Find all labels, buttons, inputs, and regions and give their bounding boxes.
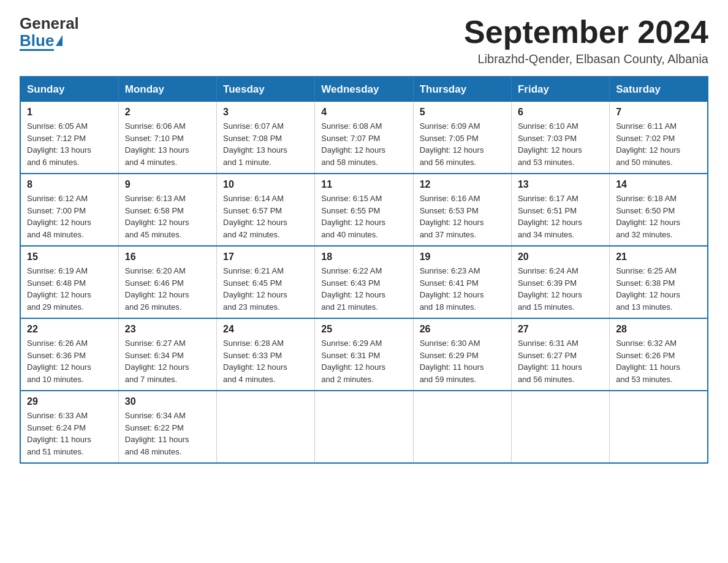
day-number: 15 [27, 251, 112, 262]
day-number: 24 [223, 324, 308, 335]
day-info: Sunrise: 6:31 AMSunset: 6:27 PMDaylight:… [518, 337, 603, 385]
calendar-cell: 11Sunrise: 6:15 AMSunset: 6:55 PMDayligh… [315, 174, 413, 246]
calendar-cell: 15Sunrise: 6:19 AMSunset: 6:48 PMDayligh… [20, 246, 118, 318]
logo-triangle-icon [56, 35, 63, 46]
header-thursday: Thursday [413, 77, 511, 102]
day-info: Sunrise: 6:32 AMSunset: 6:26 PMDaylight:… [616, 337, 701, 385]
day-info: Sunrise: 6:13 AMSunset: 6:58 PMDaylight:… [125, 193, 210, 240]
page-header: General Blue September 2024 Librazhd-Qen… [20, 15, 708, 66]
day-info: Sunrise: 6:21 AMSunset: 6:45 PMDaylight:… [223, 265, 308, 313]
header-saturday: Saturday [610, 77, 708, 102]
day-number: 5 [420, 107, 505, 118]
calendar-cell: 10Sunrise: 6:14 AMSunset: 6:57 PMDayligh… [217, 174, 315, 246]
calendar-cell: 27Sunrise: 6:31 AMSunset: 6:27 PMDayligh… [511, 318, 609, 391]
day-info: Sunrise: 6:05 AMSunset: 7:12 PMDaylight:… [27, 120, 112, 168]
day-number: 11 [321, 179, 406, 190]
day-info: Sunrise: 6:07 AMSunset: 7:08 PMDaylight:… [223, 120, 308, 168]
calendar-cell: 28Sunrise: 6:32 AMSunset: 6:26 PMDayligh… [610, 318, 708, 391]
day-info: Sunrise: 6:09 AMSunset: 7:05 PMDaylight:… [420, 120, 505, 168]
day-info: Sunrise: 6:22 AMSunset: 6:43 PMDaylight:… [321, 265, 406, 313]
calendar-cell: 7Sunrise: 6:11 AMSunset: 7:02 PMDaylight… [610, 102, 708, 174]
day-number: 28 [616, 324, 701, 335]
day-number: 9 [125, 179, 210, 190]
day-number: 25 [321, 324, 406, 335]
calendar-cell: 5Sunrise: 6:09 AMSunset: 7:05 PMDaylight… [413, 102, 511, 174]
calendar-cell: 25Sunrise: 6:29 AMSunset: 6:31 PMDayligh… [315, 318, 413, 391]
calendar-cell [610, 391, 708, 463]
day-number: 7 [616, 107, 701, 118]
calendar-cell: 4Sunrise: 6:08 AMSunset: 7:07 PMDaylight… [315, 102, 413, 174]
day-number: 22 [27, 324, 112, 335]
day-number: 18 [321, 251, 406, 262]
day-number: 1 [27, 107, 112, 118]
day-number: 8 [27, 179, 112, 190]
day-number: 2 [125, 107, 210, 118]
day-number: 29 [27, 396, 112, 407]
day-number: 27 [518, 324, 603, 335]
title-area: September 2024 Librazhd-Qender, Elbasan … [464, 15, 708, 66]
calendar-cell: 2Sunrise: 6:06 AMSunset: 7:10 PMDaylight… [118, 102, 216, 174]
calendar-cell: 26Sunrise: 6:30 AMSunset: 6:29 PMDayligh… [413, 318, 511, 391]
header-tuesday: Tuesday [217, 77, 315, 102]
day-number: 20 [518, 251, 603, 262]
logo-blue: Blue [20, 33, 54, 51]
calendar-cell: 19Sunrise: 6:23 AMSunset: 6:41 PMDayligh… [413, 246, 511, 318]
day-info: Sunrise: 6:30 AMSunset: 6:29 PMDaylight:… [420, 337, 505, 385]
logo-general: General [20, 15, 79, 33]
calendar-cell: 21Sunrise: 6:25 AMSunset: 6:38 PMDayligh… [610, 246, 708, 318]
calendar-week-row: 8Sunrise: 6:12 AMSunset: 7:00 PMDaylight… [20, 174, 708, 246]
calendar-cell: 30Sunrise: 6:34 AMSunset: 6:22 PMDayligh… [118, 391, 216, 463]
calendar-cell: 17Sunrise: 6:21 AMSunset: 6:45 PMDayligh… [217, 246, 315, 318]
day-info: Sunrise: 6:06 AMSunset: 7:10 PMDaylight:… [125, 120, 210, 168]
day-info: Sunrise: 6:10 AMSunset: 7:03 PMDaylight:… [518, 120, 603, 168]
day-number: 3 [223, 107, 308, 118]
day-info: Sunrise: 6:29 AMSunset: 6:31 PMDaylight:… [321, 337, 406, 385]
day-number: 14 [616, 179, 701, 190]
header-wednesday: Wednesday [315, 77, 413, 102]
calendar-week-row: 15Sunrise: 6:19 AMSunset: 6:48 PMDayligh… [20, 246, 708, 318]
day-info: Sunrise: 6:16 AMSunset: 6:53 PMDaylight:… [420, 193, 505, 240]
day-info: Sunrise: 6:33 AMSunset: 6:24 PMDaylight:… [27, 410, 112, 458]
calendar-cell: 13Sunrise: 6:17 AMSunset: 6:51 PMDayligh… [511, 174, 609, 246]
day-number: 17 [223, 251, 308, 262]
day-info: Sunrise: 6:24 AMSunset: 6:39 PMDaylight:… [518, 265, 603, 313]
calendar-cell: 24Sunrise: 6:28 AMSunset: 6:33 PMDayligh… [217, 318, 315, 391]
day-number: 10 [223, 179, 308, 190]
calendar-cell: 29Sunrise: 6:33 AMSunset: 6:24 PMDayligh… [20, 391, 118, 463]
day-number: 23 [125, 324, 210, 335]
day-number: 13 [518, 179, 603, 190]
day-info: Sunrise: 6:18 AMSunset: 6:50 PMDaylight:… [616, 193, 701, 240]
day-info: Sunrise: 6:27 AMSunset: 6:34 PMDaylight:… [125, 337, 210, 385]
day-info: Sunrise: 6:19 AMSunset: 6:48 PMDaylight:… [27, 265, 112, 313]
day-number: 16 [125, 251, 210, 262]
header-monday: Monday [118, 77, 216, 102]
calendar-cell: 3Sunrise: 6:07 AMSunset: 7:08 PMDaylight… [217, 102, 315, 174]
day-info: Sunrise: 6:23 AMSunset: 6:41 PMDaylight:… [420, 265, 505, 313]
day-info: Sunrise: 6:17 AMSunset: 6:51 PMDaylight:… [518, 193, 603, 240]
calendar-cell [315, 391, 413, 463]
calendar-table: SundayMondayTuesdayWednesdayThursdayFrid… [20, 76, 708, 464]
day-number: 30 [125, 396, 210, 407]
calendar-week-row: 1Sunrise: 6:05 AMSunset: 7:12 PMDaylight… [20, 102, 708, 174]
day-number: 19 [420, 251, 505, 262]
calendar-cell: 22Sunrise: 6:26 AMSunset: 6:36 PMDayligh… [20, 318, 118, 391]
day-number: 4 [321, 107, 406, 118]
calendar-cell [511, 391, 609, 463]
day-info: Sunrise: 6:20 AMSunset: 6:46 PMDaylight:… [125, 265, 210, 313]
calendar-week-row: 29Sunrise: 6:33 AMSunset: 6:24 PMDayligh… [20, 391, 708, 463]
calendar-cell: 8Sunrise: 6:12 AMSunset: 7:00 PMDaylight… [20, 174, 118, 246]
location-subtitle: Librazhd-Qender, Elbasan County, Albania [464, 52, 708, 66]
day-info: Sunrise: 6:08 AMSunset: 7:07 PMDaylight:… [321, 120, 406, 168]
logo: General Blue [20, 15, 79, 51]
calendar-week-row: 22Sunrise: 6:26 AMSunset: 6:36 PMDayligh… [20, 318, 708, 391]
day-number: 21 [616, 251, 701, 262]
day-info: Sunrise: 6:11 AMSunset: 7:02 PMDaylight:… [616, 120, 701, 168]
calendar-cell: 1Sunrise: 6:05 AMSunset: 7:12 PMDaylight… [20, 102, 118, 174]
day-info: Sunrise: 6:28 AMSunset: 6:33 PMDaylight:… [223, 337, 308, 385]
calendar-cell: 16Sunrise: 6:20 AMSunset: 6:46 PMDayligh… [118, 246, 216, 318]
day-info: Sunrise: 6:12 AMSunset: 7:00 PMDaylight:… [27, 193, 112, 240]
day-number: 12 [420, 179, 505, 190]
calendar-cell [217, 391, 315, 463]
day-info: Sunrise: 6:15 AMSunset: 6:55 PMDaylight:… [321, 193, 406, 240]
header-friday: Friday [511, 77, 609, 102]
